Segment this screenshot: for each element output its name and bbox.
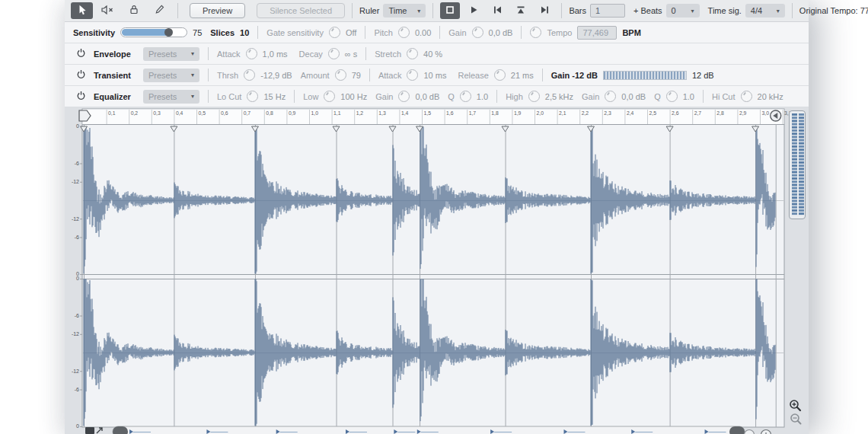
gain-label: Gain bbox=[448, 28, 466, 37]
attack-label: Attack bbox=[217, 49, 241, 59]
return-start-button[interactable] bbox=[511, 2, 531, 19]
silence-selected-button[interactable]: Silence Selected bbox=[257, 3, 345, 18]
zoom-out-icon[interactable] bbox=[791, 414, 801, 424]
svg-text:2,9: 2,9 bbox=[739, 110, 747, 116]
low-knob[interactable] bbox=[324, 91, 335, 102]
chevron-down-icon: ▾ bbox=[417, 8, 420, 14]
svg-text:-12: -12 bbox=[72, 179, 79, 184]
transient-attack-value: 10 ms bbox=[423, 71, 446, 80]
skip-end-button[interactable] bbox=[535, 2, 554, 19]
waveform-display[interactable]: 0,10,20,30,40,50,60,70,80,91,01,11,21,31… bbox=[65, 107, 809, 434]
attack-knob[interactable] bbox=[246, 48, 257, 59]
toolbar-separator bbox=[561, 3, 562, 18]
thrsh-label: Thrsh bbox=[217, 71, 238, 80]
toolbar-separator bbox=[432, 3, 433, 18]
cursor-icon bbox=[78, 5, 87, 18]
amount-knob[interactable] bbox=[335, 69, 346, 81]
transient-attack-knob[interactable] bbox=[407, 69, 418, 81]
ruler-select[interactable]: Time ▾ bbox=[383, 4, 426, 18]
svg-text:2,3: 2,3 bbox=[604, 110, 611, 116]
envelope-power-button[interactable] bbox=[73, 46, 88, 62]
sensitivity-label: Sensitivity bbox=[73, 28, 115, 37]
locut-label: Lo Cut bbox=[217, 92, 241, 101]
svg-text:2,8: 2,8 bbox=[716, 110, 724, 116]
thrsh-knob[interactable] bbox=[244, 69, 255, 81]
locut-knob[interactable] bbox=[247, 91, 258, 102]
transient-presets-value: Presets bbox=[148, 71, 177, 80]
low-gain-label: Gain bbox=[375, 92, 393, 101]
high-q-knob[interactable] bbox=[666, 91, 678, 102]
tempo-input[interactable]: 77,469 bbox=[577, 26, 617, 40]
chevron-down-icon: ▾ bbox=[191, 93, 194, 100]
svg-text:0,6: 0,6 bbox=[221, 110, 228, 116]
sensitivity-slider-handle[interactable] bbox=[164, 28, 173, 37]
tempo-knob[interactable] bbox=[530, 27, 541, 38]
row-separator bbox=[703, 90, 704, 103]
scrollbar-left-handle[interactable] bbox=[113, 426, 128, 434]
hicut-knob[interactable] bbox=[741, 91, 752, 102]
high-gain-value: 0,0 dB bbox=[621, 92, 646, 101]
gate-sensitivity-knob[interactable] bbox=[329, 27, 340, 38]
envelope-row: Envelope Presets ▾ Attack 1,0 ms Decay ∞… bbox=[65, 43, 809, 65]
row-separator bbox=[542, 69, 543, 81]
mute-tool-button[interactable] bbox=[97, 2, 119, 19]
sensitivity-slider[interactable] bbox=[120, 27, 187, 37]
chevron-down-icon: ▾ bbox=[691, 8, 694, 14]
timesig-select[interactable]: 4/4 ▾ bbox=[745, 4, 785, 18]
row-separator bbox=[439, 26, 440, 39]
return-start-icon bbox=[516, 5, 525, 17]
equalizer-row: Equalizer Presets ▾ Lo Cut 15 Hz Low 100… bbox=[65, 86, 809, 107]
preview-button[interactable]: Preview bbox=[190, 3, 245, 18]
beats-label: + Beats bbox=[633, 6, 662, 15]
play-button[interactable] bbox=[464, 2, 483, 19]
svg-text:-6: -6 bbox=[75, 387, 79, 392]
scrollbar-right-handle[interactable] bbox=[729, 426, 745, 434]
stop-icon bbox=[445, 5, 455, 17]
toolbar: Preview Silence Selected Ruler Time ▾ Ba… bbox=[65, 0, 809, 22]
time-ruler[interactable]: 0,10,20,30,40,50,60,70,80,91,01,11,21,31… bbox=[82, 110, 792, 125]
level-meter bbox=[790, 111, 806, 219]
stretch-knob[interactable] bbox=[407, 48, 418, 59]
bars-input[interactable]: 1 bbox=[590, 4, 625, 18]
slices-value: 10 bbox=[240, 28, 249, 37]
equalizer-power-button[interactable] bbox=[73, 89, 88, 104]
high-knob[interactable] bbox=[528, 91, 540, 102]
envelope-presets-select[interactable]: Presets ▾ bbox=[143, 47, 199, 61]
svg-text:0: 0 bbox=[76, 276, 79, 281]
low-q-label: Q bbox=[448, 92, 455, 101]
svg-text:-12: -12 bbox=[72, 216, 79, 222]
high-gain-knob[interactable] bbox=[605, 91, 616, 102]
transient-row: Transient Presets ▾ Thrsh -12,9 dB Amoun… bbox=[65, 65, 809, 86]
svg-text:0: 0 bbox=[76, 123, 79, 129]
row-separator bbox=[208, 47, 209, 60]
v-zoom-out-button[interactable] bbox=[745, 430, 755, 434]
pitch-knob[interactable] bbox=[398, 27, 410, 38]
decay-knob[interactable] bbox=[328, 48, 340, 59]
timesig-label: Time sig. bbox=[708, 6, 742, 15]
equalizer-presets-select[interactable]: Presets ▾ bbox=[143, 90, 199, 104]
high-q-value: 1.0 bbox=[683, 92, 694, 101]
end-marker-icon[interactable] bbox=[771, 110, 781, 121]
export-drag-icon[interactable] bbox=[85, 427, 102, 434]
overview-scrollbar[interactable] bbox=[113, 426, 745, 434]
svg-text:1,7: 1,7 bbox=[469, 110, 477, 116]
transient-gain-meter[interactable] bbox=[603, 71, 687, 80]
low-label: Low bbox=[303, 92, 318, 101]
original-tempo-label: Original Tempo: 77,469 bbox=[799, 6, 868, 15]
gain-knob[interactable] bbox=[472, 27, 483, 38]
low-gain-knob[interactable] bbox=[398, 91, 410, 102]
stop-button[interactable] bbox=[440, 2, 460, 19]
lock-tool-button[interactable] bbox=[123, 2, 145, 19]
slices-label: Slices bbox=[210, 28, 235, 37]
zoom-in-icon[interactable] bbox=[790, 400, 800, 410]
cursor-tool-button[interactable] bbox=[71, 2, 93, 19]
transient-presets-select[interactable]: Presets ▾ bbox=[143, 69, 199, 82]
v-zoom-in-button[interactable] bbox=[761, 430, 771, 434]
low-q-knob[interactable] bbox=[460, 91, 471, 102]
pencil-tool-button[interactable] bbox=[148, 2, 171, 19]
transient-power-button[interactable] bbox=[73, 68, 88, 83]
beats-select[interactable]: 0 ▾ bbox=[666, 4, 700, 18]
row-separator bbox=[369, 69, 370, 81]
release-knob[interactable] bbox=[494, 69, 506, 81]
skip-start-button[interactable] bbox=[487, 2, 507, 19]
